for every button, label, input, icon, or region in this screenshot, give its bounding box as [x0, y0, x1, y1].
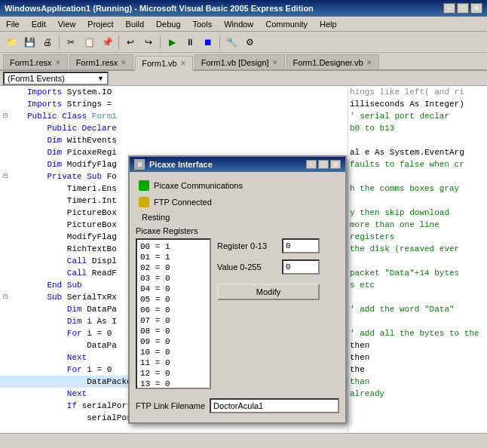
toolbar-btn-6[interactable]: ⚙	[241, 34, 258, 51]
menu-help[interactable]: Help	[317, 19, 340, 29]
register-item-12[interactable]: 12 = 0	[139, 368, 208, 379]
collapse-4	[18, 122, 27, 134]
maximize-button[interactable]: □	[457, 3, 469, 14]
register-item-5[interactable]: 05 = 0	[139, 294, 208, 305]
toolbar-btn-2[interactable]: 💾	[21, 34, 38, 51]
toolbar-btn-run[interactable]: ▶	[164, 34, 180, 51]
tab-close-2[interactable]: ✕	[121, 59, 127, 66]
line-marker-5	[3, 134, 15, 146]
tab-close-1[interactable]: ✕	[55, 59, 61, 66]
rc-15	[350, 255, 485, 267]
rc-9: h the comms boxes gray	[350, 183, 485, 195]
register-item-13[interactable]: 13 = 0	[139, 379, 208, 389]
dialog-minimize-btn[interactable]: −	[306, 160, 317, 169]
register-item-9[interactable]: 09 = 0	[139, 336, 208, 347]
toolbar-btn-3[interactable]: 🖨	[39, 34, 56, 51]
picaxe-status-label: Picaxe Communications	[154, 181, 243, 190]
register-item-3[interactable]: 03 = 0	[139, 273, 208, 284]
toolbar-btn-undo[interactable]: ↩	[122, 34, 139, 51]
register-item-4[interactable]: 04 = 0	[139, 284, 208, 294]
ftp-label: FTP Link Filename	[136, 401, 205, 410]
toolbar-btn-1[interactable]: 📁	[3, 34, 20, 51]
register-field: Register 0-13	[217, 238, 320, 253]
toolbar-btn-redo[interactable]: ↪	[140, 34, 157, 51]
menu-build[interactable]: Build	[123, 19, 147, 29]
value-input[interactable]	[282, 259, 320, 275]
line-marker-10	[3, 195, 15, 207]
line-marker-25	[3, 376, 15, 388]
register-item-10[interactable]: 10 = 0	[139, 347, 208, 357]
close-button[interactable]: ✕	[470, 3, 482, 14]
collapse-11	[18, 207, 27, 219]
register-input[interactable]	[282, 238, 320, 253]
modify-button[interactable]: Modify	[217, 284, 320, 300]
collapse-17	[18, 279, 27, 291]
tab-close-5[interactable]: ✕	[366, 59, 372, 66]
tab-form1-designer[interactable]: Form1.Designer.vb ✕	[286, 54, 379, 69]
ftp-status-label: FTP Connected	[154, 198, 212, 207]
register-field-label: Register 0-13	[217, 241, 277, 250]
register-item-1[interactable]: 01 = 1	[139, 252, 208, 262]
rc-26: already	[350, 388, 485, 400]
register-item-6[interactable]: 06 = 0	[139, 305, 208, 315]
line-marker-19	[3, 303, 15, 315]
events-combo[interactable]: (Form1 Events) ▼	[3, 72, 109, 85]
line-marker-7	[3, 158, 15, 170]
rc-14: the disk (resaved ever	[350, 243, 485, 255]
rc-1: hings like left( and ri	[350, 86, 485, 98]
tab-form1-resx-2[interactable]: Form1.resx ✕	[69, 54, 134, 69]
toolbar-btn-cut[interactable]: ✂	[63, 34, 79, 51]
toolbar-btn-paste[interactable]: 📌	[99, 34, 115, 51]
toolbar-btn-pause[interactable]: ⏸	[182, 34, 198, 51]
menu-tools[interactable]: Tools	[190, 19, 216, 29]
registers-section-label: Picaxe Registers	[136, 226, 339, 235]
menu-edit[interactable]: Edit	[29, 19, 49, 29]
rc-5	[350, 134, 485, 146]
tab-close-4[interactable]: ✕	[272, 59, 278, 66]
rc-10	[350, 195, 485, 207]
register-item-0[interactable]: 00 = 1	[139, 241, 208, 252]
ftp-filename-input[interactable]	[210, 398, 339, 413]
register-item-2[interactable]: 02 = 0	[139, 262, 208, 273]
collapse-13	[18, 231, 27, 243]
line-marker-11	[3, 207, 15, 219]
menu-community[interactable]: Community	[262, 19, 311, 29]
register-item-11[interactable]: 11 = 0	[139, 357, 208, 368]
line-marker-2	[3, 98, 15, 110]
dialog-body: Picaxe Communications FTP Connected Rest…	[130, 172, 345, 422]
right-code-panel: hings like left( and ri illiseconds As I…	[348, 86, 487, 448]
menu-view[interactable]: View	[55, 19, 79, 29]
collapse-25	[18, 376, 27, 388]
menu-project[interactable]: Project	[84, 19, 116, 29]
minimize-button[interactable]: −	[443, 3, 455, 14]
line-marker-24	[3, 364, 15, 376]
toolbar-btn-5[interactable]: 🔧	[223, 34, 240, 51]
line-marker-21	[3, 327, 15, 339]
tab-form1-resx-1[interactable]: Form1.resx ✕	[3, 54, 68, 69]
registers-list[interactable]: 00 = 1 01 = 1 02 = 0 03 = 0 04 = 0 05 = …	[136, 238, 211, 389]
line-marker-28	[3, 412, 15, 424]
dialog-icon: 🖥	[134, 159, 145, 170]
collapse-23	[18, 351, 27, 364]
menu-file[interactable]: File	[3, 19, 23, 29]
rc-8	[350, 170, 485, 183]
menu-bar: File Edit View Project Build Debug Tools…	[0, 17, 487, 32]
collapse-20	[18, 315, 27, 327]
rc-7: faults to false when cr	[350, 158, 485, 170]
toolbar-btn-stop[interactable]: ⏹	[200, 34, 216, 51]
toolbar-btn-copy[interactable]: 📋	[81, 34, 97, 51]
tab-close-3[interactable]: ✕	[180, 60, 186, 67]
status-bar	[0, 433, 487, 448]
line-marker-14	[3, 243, 15, 255]
menu-window[interactable]: Window	[221, 19, 256, 29]
register-item-8[interactable]: 08 = 0	[139, 326, 208, 336]
dialog-close-btn[interactable]: ✕	[330, 160, 341, 169]
rc-2: illiseconds As Integer)	[350, 98, 485, 110]
tab-form1-vb[interactable]: Form1.vb ✕	[135, 56, 192, 71]
rc-25: than	[350, 376, 485, 388]
dialog-maximize-btn[interactable]: □	[318, 160, 329, 169]
tab-form1-vb-design[interactable]: Form1.vb [Design] ✕	[194, 54, 285, 69]
menu-debug[interactable]: Debug	[153, 19, 183, 29]
register-item-7[interactable]: 07 = 0	[139, 315, 208, 326]
toolbar-sep-2	[118, 35, 119, 49]
